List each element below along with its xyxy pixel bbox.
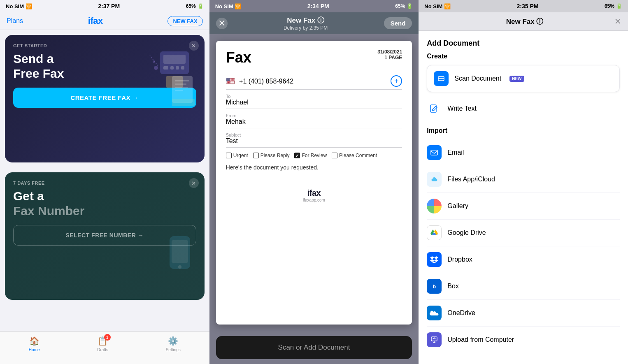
fax-to-field[interactable]: To Michael <box>226 91 402 109</box>
svg-rect-11 <box>175 80 189 81</box>
close-card-2-button[interactable]: ✕ <box>189 178 199 188</box>
status-bar-3: No SIM 🛜 2:35 PM 65% 🔋 <box>419 0 628 12</box>
send-free-fax-card: ✕ GET STARTED Send a Free Fax CREATE FRE… <box>5 35 205 162</box>
email-label: Email <box>447 149 464 156</box>
fax-message: Here's the document you requested. <box>226 163 402 172</box>
fax-phone-number: +1 (401) 858-9642 <box>239 78 293 85</box>
files-app-item[interactable]: Files App/iCloud <box>427 166 620 193</box>
checkbox-please-reply[interactable]: Please Reply <box>253 153 290 158</box>
files-app-label: Files App/iCloud <box>447 176 495 183</box>
box-label: Box <box>447 283 459 290</box>
drafts-badge: 1 <box>104 334 111 341</box>
svg-rect-15 <box>172 99 195 106</box>
add-document-sheet: Add Document Create Scan Document NEW <box>419 31 628 364</box>
scan-add-document-button[interactable]: Scan or Add Document <box>216 336 412 359</box>
battery-text-1: 65% <box>186 3 196 9</box>
tab-settings[interactable]: ⚙️ Settings <box>166 336 181 352</box>
create-section-title: Create <box>427 53 620 60</box>
fax-footer-url: ifaxapp.com <box>226 198 402 202</box>
fax-to-label: To <box>226 94 402 99</box>
email-item[interactable]: Email <box>427 139 620 166</box>
checkbox-urgent-label: Urgent <box>233 153 248 158</box>
status-left-1: No SIM 🛜 <box>6 3 32 9</box>
fax-checkboxes: Urgent Please Reply ✓ For Review Please … <box>226 153 402 158</box>
scan-document-item[interactable]: Scan Document NEW <box>427 65 620 92</box>
close-new-fax-button[interactable]: ✕ <box>216 18 228 29</box>
svg-rect-2 <box>163 66 168 70</box>
fax-title: Fax <box>226 49 251 66</box>
fax-subject-field[interactable]: Subject Test <box>226 130 402 148</box>
files-app-icon <box>427 172 442 187</box>
send-button[interactable]: Send <box>384 17 412 29</box>
fax-doc-header: Fax 31/08/2021 1 PAGE <box>226 49 402 66</box>
fax-document: Fax 31/08/2021 1 PAGE 🇺🇸 +1 (401) 858-96… <box>216 41 412 325</box>
new-fax-title: New Fax ⓘ <box>284 16 328 25</box>
new-fax-button[interactable]: NEW FAX <box>167 16 202 26</box>
dropbox-label: Dropbox <box>447 256 472 263</box>
svg-rect-5 <box>181 66 184 70</box>
svg-rect-1 <box>163 55 186 64</box>
battery-3: 65% 🔋 <box>605 3 622 9</box>
svg-point-7 <box>154 66 158 70</box>
create-free-fax-button[interactable]: CREATE FREE FAX → <box>13 88 196 108</box>
checkbox-for-review-label: For Review <box>302 153 327 158</box>
onedrive-icon <box>427 306 442 320</box>
write-text-label: Write Text <box>447 105 477 112</box>
tab-home-label: Home <box>29 348 40 352</box>
checkbox-urgent[interactable]: Urgent <box>226 153 248 158</box>
plans-link[interactable]: Plans <box>7 17 23 25</box>
write-text-item[interactable]: Write Text <box>427 95 620 122</box>
upload-computer-icon <box>427 332 442 347</box>
onedrive-label: OneDrive <box>447 309 475 317</box>
upload-computer-item[interactable]: Upload from Computer <box>427 327 620 353</box>
no-sim-text-2: No SIM 🛜 <box>215 3 242 9</box>
battery-2: 65% 🔋 <box>395 3 413 9</box>
fax-subject-value: Test <box>226 137 402 145</box>
checkbox-please-reply-box <box>253 153 259 158</box>
onedrive-item[interactable]: OneDrive <box>427 300 620 327</box>
checkbox-for-review-box: ✓ <box>294 153 300 158</box>
google-drive-item[interactable]: Google Drive <box>427 220 620 246</box>
svg-rect-12 <box>175 83 186 85</box>
tab-home[interactable]: 🏠 Home <box>29 336 40 352</box>
fax-phone-field: 🇺🇸 +1 (401) 858-9642 + <box>226 73 402 90</box>
gallery-item[interactable]: Gallery <box>427 193 620 220</box>
drafts-icon: 📋 1 <box>98 336 108 346</box>
close-card-1-button[interactable]: ✕ <box>189 41 199 51</box>
us-flag-icon: 🇺🇸 <box>226 77 235 85</box>
add-doc-nav-title: New Fax ⓘ <box>506 17 544 26</box>
status-bar-1: No SIM 🛜 2:37 PM 65% 🔋 <box>0 0 209 12</box>
panel-home: No SIM 🛜 2:37 PM 65% 🔋 Plans ifax NEW FA… <box>0 0 209 364</box>
google-drive-label: Google Drive <box>447 229 486 236</box>
fax-footer-logo: ifax <box>226 188 402 198</box>
nav-bar-1: Plans ifax NEW FAX <box>0 12 209 30</box>
svg-rect-17 <box>172 240 188 263</box>
box-item[interactable]: b Box <box>427 273 620 300</box>
dropbox-item[interactable]: Dropbox <box>427 246 620 273</box>
checkbox-please-comment[interactable]: Please Comment <box>332 153 377 158</box>
home-icon: 🏠 <box>29 336 40 346</box>
close-panel3-button[interactable]: ✕ <box>614 16 621 26</box>
ifax-logo-1: ifax <box>88 16 103 26</box>
svg-rect-22 <box>431 150 437 155</box>
scan-document-new-badge: NEW <box>509 76 524 82</box>
gallery-icon <box>427 199 442 213</box>
fax-from-field[interactable]: From Mehak <box>226 111 402 128</box>
svg-point-18 <box>178 265 181 269</box>
no-sim-text: No SIM 🛜 <box>6 3 32 9</box>
tab-bar: 🏠 Home 📋 1 Drafts ⚙️ Settings <box>0 331 209 364</box>
fax-pages: 1 PAGE <box>377 55 402 60</box>
fax-subject-label: Subject <box>226 132 402 137</box>
fax-doc-footer: ifax ifaxapp.com <box>226 176 402 206</box>
checkbox-please-reply-label: Please Reply <box>261 153 290 158</box>
svg-rect-13 <box>175 87 188 88</box>
status-bar-2: No SIM 🛜 2:34 PM 65% 🔋 <box>209 0 419 12</box>
time-1: 2:37 PM <box>98 3 120 9</box>
checkbox-urgent-box <box>226 153 232 158</box>
tab-drafts[interactable]: 📋 1 Drafts <box>97 336 108 352</box>
panel-add-document: No SIM 🛜 2:35 PM 65% 🔋 New Fax ⓘ ✕ Add D… <box>419 0 628 364</box>
add-phone-button[interactable]: + <box>391 75 402 87</box>
time-2: 2:34 PM <box>307 3 329 9</box>
checkbox-for-review[interactable]: ✓ For Review <box>294 153 327 158</box>
scan-document-icon <box>434 71 449 86</box>
